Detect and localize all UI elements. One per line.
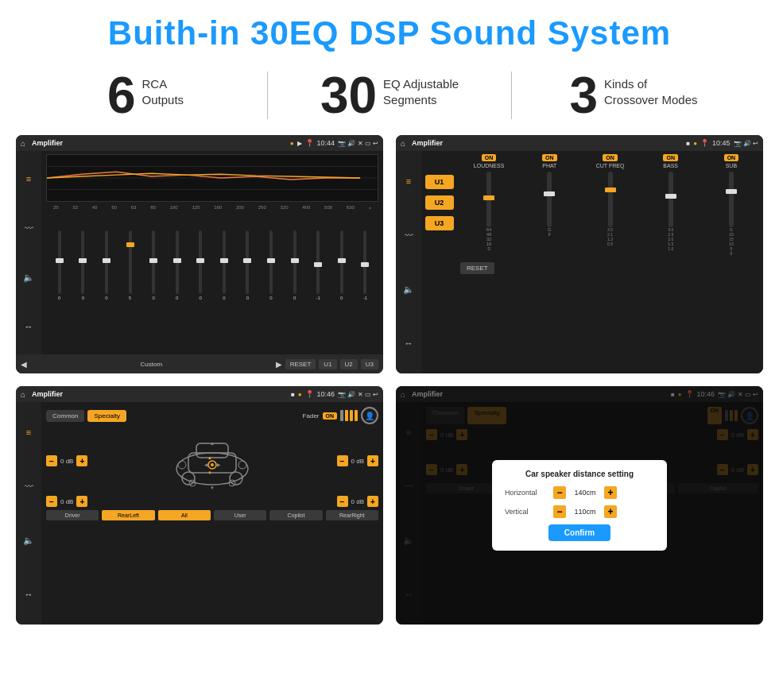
eq-icon[interactable]: ≡ (20, 170, 37, 188)
confirm-button[interactable]: Confirm (548, 524, 610, 541)
eq-slider-8[interactable]: 0 (236, 230, 260, 300)
svg-point-11 (238, 461, 246, 469)
eq-slider-13[interactable]: -1 (354, 230, 378, 300)
stat-number-rca: 6 (107, 70, 136, 121)
wave-icon-2[interactable]: 〰 (400, 226, 417, 244)
prev-arrow[interactable]: ◀ (21, 360, 27, 369)
status-bar-3: ⌂ Amplifier ■ ● 📍 10:46 📷 🔊 ✕ ▭ ↩ (16, 386, 383, 402)
fader-text: Fader (303, 412, 320, 420)
eq-slider-0[interactable]: 0 (48, 230, 72, 300)
home-icon-1[interactable]: ⌂ (21, 139, 25, 148)
bass-control: ON BASS 3.02.52.01.51.0 (642, 154, 700, 256)
eq-slider-9[interactable]: 0 (259, 230, 283, 300)
vertical-minus[interactable]: − (553, 505, 566, 518)
eq-bottom-bar: ◀ Custom ▶ RESET U1 U2 U3 (16, 354, 383, 373)
phat-on-badge[interactable]: ON (542, 154, 557, 161)
eq-slider-12[interactable]: 0 (330, 230, 354, 300)
stat-crossover: 3 Kinds ofCrossover Modes (520, 70, 747, 121)
sub-on-badge[interactable]: ON (724, 154, 739, 161)
preset-label: Custom (30, 361, 273, 368)
eq-slider-11[interactable]: -1 (306, 230, 330, 300)
db-control-2: − 0 dB + (337, 455, 378, 466)
speaker-icon-3[interactable]: 🔈 (20, 532, 37, 549)
amp-u-buttons: U1 U2 U3 (421, 151, 457, 373)
time-3: 10:46 (317, 390, 335, 398)
horizontal-plus[interactable]: + (604, 486, 617, 499)
vertical-plus[interactable]: + (604, 505, 617, 518)
bass-label: BASS (663, 163, 678, 168)
dialog-horizontal-row: Horizontal − 140cm + (505, 486, 654, 499)
svg-point-10 (178, 461, 186, 469)
eq-slider-3[interactable]: 5 (118, 230, 142, 300)
common-tab[interactable]: Common (46, 410, 84, 422)
db-plus-2[interactable]: + (367, 455, 378, 466)
speaker-icon-2[interactable]: 🔈 (400, 280, 417, 298)
u2-btn[interactable]: U2 (425, 195, 454, 210)
fader-bars (340, 410, 358, 421)
rearright-btn[interactable]: RearRight (326, 510, 378, 520)
fader-on-badge[interactable]: ON (323, 412, 338, 420)
db-minus-4[interactable]: − (337, 496, 348, 507)
eq-slider-6[interactable]: 0 (188, 230, 212, 300)
u1-button[interactable]: U1 (319, 359, 336, 369)
u2-button[interactable]: U2 (340, 359, 358, 369)
cutfreq-on-badge[interactable]: ON (603, 154, 618, 161)
horizontal-minus[interactable]: − (553, 486, 566, 499)
user-btn[interactable]: User (214, 510, 266, 520)
all-btn[interactable]: All (158, 510, 211, 520)
time-2: 10:45 (712, 139, 731, 147)
arrows-icon-2[interactable]: ↔ (400, 335, 417, 352)
dialog-vertical-row: Vertical − 110cm + (505, 505, 654, 518)
u1-btn[interactable]: U1 (425, 175, 454, 189)
db-minus-3[interactable]: − (46, 496, 57, 507)
db-value-2: 0 dB (351, 458, 364, 465)
u3-button[interactable]: U3 (361, 359, 378, 369)
eq-screen: ⌂ Amplifier ● ▶ 📍 10:44 📷 🔊 ✕ ▭ ↩ ≡ 〰 🔈 … (16, 135, 383, 373)
specialty-tab[interactable]: Specialty (87, 410, 126, 422)
next-arrow[interactable]: ▶ (276, 360, 282, 369)
reset-btn-2[interactable]: RESET (460, 262, 494, 274)
dialog-screen: ⌂ Amplifier ■ ● 📍 10:46 📷 🔊 ✕ ▭ ↩ ≡ 〰 🔈 … (396, 386, 763, 625)
eq-icon-3[interactable]: ≡ (20, 423, 37, 441)
db-minus-1[interactable]: − (46, 455, 57, 466)
copilot-btn[interactable]: Copilot (269, 510, 322, 520)
speaker-icon[interactable]: 🔈 (20, 269, 37, 286)
stat-number-eq: 30 (320, 70, 377, 121)
svg-text:▼: ▼ (207, 470, 212, 475)
eq-slider-10[interactable]: 0 (283, 230, 307, 300)
db-plus-3[interactable]: + (76, 496, 87, 507)
wave-icon[interactable]: 〰 (20, 219, 37, 237)
stat-divider-2 (511, 72, 512, 119)
eq-slider-7[interactable]: 0 (212, 230, 236, 300)
eq-slider-1[interactable]: 0 (72, 230, 95, 300)
status-icons-3: 📷 🔊 ✕ ▭ ↩ (338, 391, 378, 398)
loudness-on-badge[interactable]: ON (482, 154, 497, 161)
home-icon-2[interactable]: ⌂ (401, 139, 405, 148)
rearleft-btn[interactable]: RearLeft (102, 510, 154, 520)
eq-slider-4[interactable]: 0 (141, 230, 165, 300)
stat-eq: 30 EQ AdjustableSegments (276, 70, 503, 121)
amp-sidebar: ≡ 〰 🔈 ↔ (396, 151, 421, 373)
eq-slider-5[interactable]: 0 (165, 230, 189, 300)
bass-on-badge[interactable]: ON (663, 154, 678, 161)
horizontal-label: Horizontal (505, 489, 548, 497)
u3-btn[interactable]: U3 (425, 216, 454, 230)
reset-button[interactable]: RESET (285, 359, 316, 369)
cutfreq-label: CUT FREQ (596, 163, 625, 168)
eq-icon-2[interactable]: ≡ (400, 172, 417, 190)
stat-rca: 6 RCAOutputs (32, 70, 259, 121)
db-plus-4[interactable]: + (367, 496, 378, 507)
wave-icon-3[interactable]: 〰 (20, 478, 37, 495)
db-plus-1[interactable]: + (76, 455, 87, 466)
home-icon-3[interactable]: ⌂ (21, 390, 25, 399)
svg-text:▶: ▶ (217, 462, 221, 467)
eq-main-area: ≡ 〰 🔈 ↔ (16, 151, 383, 373)
db-minus-2[interactable]: − (337, 455, 348, 466)
arrows-icon-3[interactable]: ↔ (20, 586, 37, 603)
svg-text:▲: ▲ (207, 455, 212, 460)
arrows-icon[interactable]: ↔ (20, 318, 37, 335)
eq-slider-2[interactable]: 0 (95, 230, 118, 300)
driver-btn[interactable]: Driver (46, 510, 99, 520)
db-control-1: − 0 dB + (46, 455, 87, 466)
person-icon[interactable]: 👤 (361, 407, 378, 424)
